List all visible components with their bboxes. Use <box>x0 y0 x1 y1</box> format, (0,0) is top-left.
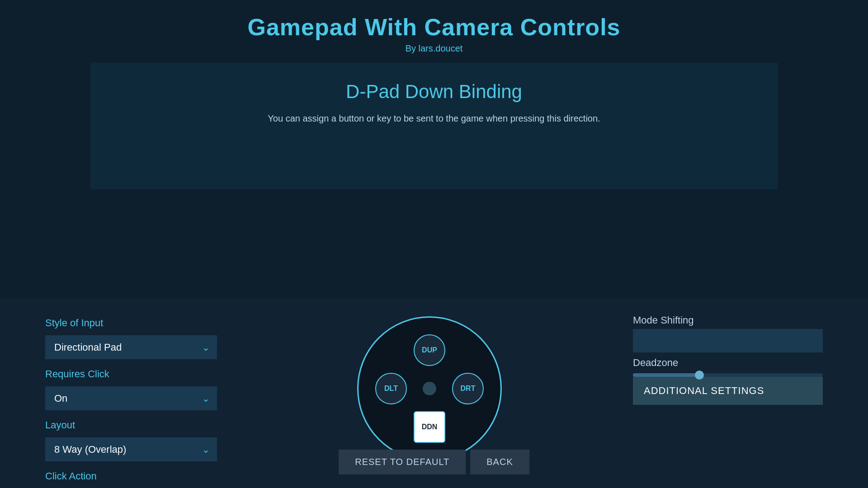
main-title: Gamepad With Camera Controls <box>0 14 868 41</box>
layout-dropdown[interactable]: 8 Way (Overlap) <box>45 437 217 461</box>
additional-settings-button[interactable]: ADDITIONAL SETTINGS <box>633 377 823 405</box>
bottom-buttons: RESET TO DEFAULT BACK <box>339 450 529 474</box>
dpad-down-label: DDN <box>422 423 438 431</box>
dpad-cross: DUP DLT DRT DDN <box>375 334 484 443</box>
right-settings: Mode Shifting Deadzone ADDITIONAL SETTIN… <box>633 312 823 405</box>
mode-shifting-label: Mode Shifting <box>633 314 823 326</box>
dpad-up-button[interactable]: DUP <box>414 334 445 366</box>
subtitle: By lars.doucet <box>0 43 868 54</box>
deadzone-slider-thumb[interactable] <box>695 371 704 380</box>
style-of-input-dropdown[interactable]: Directional Pad <box>45 335 217 359</box>
deadzone-slider-track <box>633 373 823 377</box>
dpad-left-button[interactable]: DLT <box>375 373 407 404</box>
right-settings-inner: Mode Shifting Deadzone ADDITIONAL SETTIN… <box>633 314 823 405</box>
style-of-input-label: Style of Input <box>45 317 226 329</box>
style-of-input-wrapper: Directional Pad ⌄ <box>45 335 217 359</box>
dpad-center-dot <box>423 382 436 395</box>
dpad-up-label: DUP <box>422 346 437 354</box>
dpad-down-button[interactable]: DDN <box>414 411 445 443</box>
back-button[interactable]: BACK <box>470 450 529 474</box>
deadzone-slider-fill <box>633 373 699 377</box>
center-dpad: DUP DLT DRT DDN <box>244 312 615 461</box>
header: Gamepad With Camera Controls By lars.dou… <box>0 0 868 63</box>
left-settings: Style of Input Directional Pad ⌄ Require… <box>45 312 226 488</box>
dpad-left-label: DLT <box>384 385 398 393</box>
deadzone-slider-container <box>633 373 823 377</box>
requires-click-wrapper: On ⌄ <box>45 386 217 410</box>
requires-click-dropdown[interactable]: On <box>45 386 217 410</box>
content-panel: D-Pad Down Binding You can assign a butt… <box>90 63 778 189</box>
layout-wrapper: 8 Way (Overlap) ⌄ <box>45 437 217 461</box>
reset-to-default-button[interactable]: RESET TO DEFAULT <box>339 450 466 474</box>
deadzone-label: Deadzone <box>633 357 823 369</box>
requires-click-label: Requires Click <box>45 368 226 380</box>
dpad-right-button[interactable]: DRT <box>452 373 484 404</box>
dpad-circle: DUP DLT DRT DDN <box>357 316 502 461</box>
panel-description: You can assign a button or key to be sen… <box>118 112 750 125</box>
mode-shifting-bar[interactable] <box>633 329 823 352</box>
click-action-label: Click Action <box>45 470 226 482</box>
panel-title: D-Pad Down Binding <box>118 81 750 103</box>
dpad-right-label: DRT <box>461 385 476 393</box>
layout-label: Layout <box>45 419 226 431</box>
